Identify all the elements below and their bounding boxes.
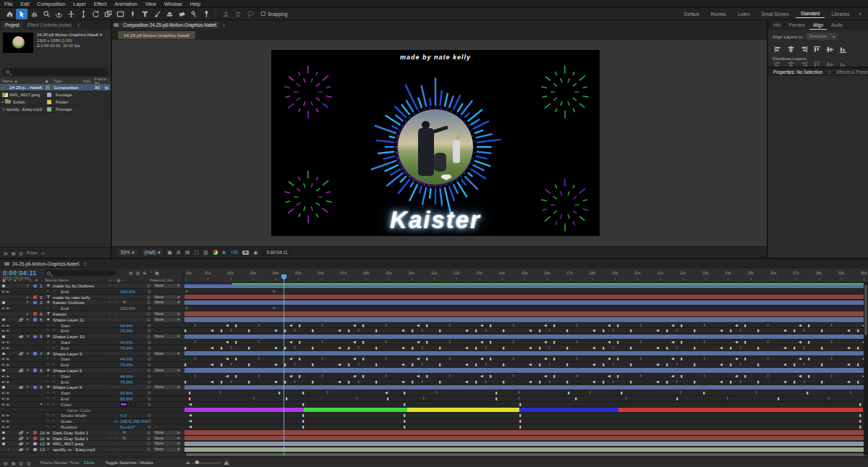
property-row[interactable]: Value: Color [0, 408, 868, 413]
keyframe[interactable]: Ι [828, 396, 829, 402]
snapping-checkbox[interactable] [261, 12, 265, 16]
keyframe[interactable]: ▮ [184, 362, 187, 368]
parent-dropdown[interactable]: None▾ [153, 284, 181, 288]
keyframe[interactable]: ◀ [353, 374, 356, 379]
keyframe[interactable]: ◀ [353, 323, 356, 329]
keyframe-navigator[interactable]: ◀⋄▶ [1, 289, 10, 295]
workspace-small-screen[interactable]: Small Screen [756, 10, 794, 18]
keyframe-navigator[interactable]: ◀⋄▶ [1, 413, 10, 418]
align-top-icon[interactable] [813, 43, 821, 51]
align-left-icon[interactable] [774, 43, 782, 51]
eraser-tool[interactable] [176, 9, 187, 20]
layer-duration-bar[interactable] [184, 335, 868, 339]
keyframe[interactable]: ◀ [417, 340, 420, 345]
render-settings-icon[interactable]: ▨ [27, 460, 31, 466]
layer-label-chip[interactable] [33, 352, 37, 355]
keyframe[interactable]: ▮ [284, 379, 286, 385]
graph-icon[interactable]: ≈ [53, 306, 55, 311]
expander-icon[interactable]: ▾ [27, 283, 28, 289]
keyframe[interactable]: ▮ [603, 379, 605, 385]
stopwatch-icon[interactable]: ◔ [46, 413, 48, 418]
keyframe[interactable]: ▮ [439, 345, 441, 351]
keyframe[interactable]: ▮ [387, 396, 389, 402]
pan-behind-tool[interactable] [102, 9, 114, 20]
keyframe[interactable]: Ι [767, 340, 768, 345]
layer-row[interactable]: ▸11Dark Gray Solid 1⚬⚬∕fx◎None▾ [0, 436, 868, 442]
viewer-timecode[interactable]: 0:00:04:11 [262, 249, 292, 256]
keyframe[interactable]: ◀ [465, 328, 468, 334]
expand-in-out-icon[interactable]: ▧ [19, 460, 23, 466]
keyframe[interactable]: ▮ [426, 340, 428, 345]
keyframe[interactable]: ▮ [553, 340, 556, 345]
timeline-ruler[interactable]: 00s01s02s03s04s05s06s07s08s09s10s11s12s1… [184, 269, 868, 282]
keyframe[interactable]: ▮ [404, 424, 406, 430]
layer-duration-bar[interactable] [184, 295, 868, 299]
timeline-search[interactable] [45, 270, 116, 276]
keyframe[interactable]: ▮ [284, 362, 286, 368]
keyframe[interactable]: ▮ [503, 328, 505, 334]
parent-pickwhip-icon[interactable]: ◎ [148, 362, 151, 368]
keyframe[interactable]: ◀ [544, 340, 547, 345]
keyframe[interactable]: ▮ [666, 328, 668, 334]
keyframe[interactable]: ▮ [503, 379, 505, 385]
keyframe[interactable]: ▮ [744, 356, 746, 362]
keyframe[interactable]: ◀ [353, 356, 356, 362]
new-folder-icon[interactable]: ▦ [12, 251, 16, 256]
property-row[interactable]: ◀⋄▶◔≈End70.9%◎▮◀▮Ι▮◀▮Ι▮◀▮Ι▮◀▮Ι▮◀▮Ι▮◀▮Ι▮◀… [0, 345, 868, 351]
keyframe-navigator[interactable]: ◀⋄▶ [1, 306, 10, 311]
keyframe-navigator[interactable]: ◀⋄▶ [1, 362, 10, 368]
keyframe[interactable]: ▮ [566, 379, 569, 385]
keyframe[interactable]: ◀ [210, 362, 213, 368]
keyframe[interactable]: ◀ [656, 362, 659, 368]
keyframe[interactable]: ◀ [671, 323, 674, 329]
keyframe[interactable]: ◀ [338, 362, 341, 368]
row-track[interactable]: Ι◀▮Ι◀▮Ι◀▮Ι◀▮Ι◀▮Ι◀▮Ι◀▮Ι◀▮Ι◀▮Ι◀▮Ι◀▮ [184, 340, 868, 345]
keyframe[interactable]: ▮ [553, 374, 556, 379]
keyframe[interactable]: ▮ [278, 390, 281, 396]
layer-switches[interactable]: ⚬⚬∕ [109, 351, 119, 357]
keyframe[interactable]: ◀ [608, 374, 610, 379]
keyframe[interactable]: ◀ [226, 374, 229, 379]
keyframe[interactable]: Ι [704, 356, 705, 362]
keyframe[interactable]: ▮ [475, 379, 477, 385]
source-name-column[interactable]: Source Name [45, 277, 68, 283]
keyframe-navigator[interactable]: ◀⋄▶ [1, 328, 10, 334]
keyframe[interactable]: Ι [386, 374, 386, 379]
parent-pickwhip-icon[interactable]: ◎ [147, 295, 150, 300]
keyframe[interactable]: ▮ [362, 356, 365, 362]
keyframe[interactable]: Ι [613, 362, 613, 368]
keyframe[interactable]: ▮ [362, 374, 365, 379]
workspace-libraries[interactable]: Libraries [826, 10, 854, 18]
keyframe[interactable]: ▮ [553, 356, 556, 362]
keyframe[interactable]: Ι [613, 345, 613, 351]
keyframe[interactable]: ◀ [480, 323, 483, 329]
keyframe[interactable]: ▮ [757, 362, 760, 368]
parent-pickwhip-icon[interactable]: ◎ [148, 289, 151, 295]
keyframe[interactable]: ▮ [404, 418, 406, 424]
property-row[interactable]: ◀⋄▶◔≈End70.9%◎▮◀▮Ι▮◀▮Ι▮◀▮Ι▮◀▮Ι▮◀▮Ι▮◀▮Ι▮◀… [0, 362, 868, 368]
property-name[interactable]: Start [61, 356, 70, 362]
menu-item-effect[interactable]: Effect [94, 1, 107, 7]
keyframe[interactable]: ◀ [799, 374, 801, 379]
parent-pickwhip-icon[interactable]: ◎ [148, 340, 151, 345]
keyframe[interactable]: Ι [294, 379, 295, 385]
keyframe[interactable]: ◀ [608, 356, 610, 362]
keyframe[interactable]: Ι [258, 340, 259, 345]
keyframe[interactable]: ◀ [289, 340, 292, 345]
parent-pickwhip-icon[interactable]: ◎ [148, 424, 151, 430]
layer-name[interactable]: Shape Layer 11 [53, 317, 84, 323]
keyframe[interactable]: Ι [358, 328, 359, 334]
keyframe[interactable]: Ι [386, 323, 386, 329]
keyframe[interactable]: ◀ [289, 323, 292, 329]
expander-icon[interactable]: ▸ [27, 447, 28, 453]
layer-name[interactable]: Shape Layer 9 [53, 351, 82, 357]
keyframe[interactable]: ▮ [439, 328, 441, 334]
layer-name[interactable]: IMG_4627.jpeg [53, 441, 83, 447]
keyframe[interactable]: ▮ [375, 362, 378, 368]
align-right-icon[interactable] [800, 43, 808, 51]
magnification-dropdown[interactable]: 50%▾ [118, 249, 137, 256]
keyframe[interactable]: ▮ [744, 374, 746, 379]
parent-pickwhip-icon[interactable]: ◎ [148, 306, 151, 311]
keyframe-navigator[interactable]: ◀⋄▶ [1, 340, 10, 345]
expander-icon[interactable]: ▸ [27, 441, 28, 447]
